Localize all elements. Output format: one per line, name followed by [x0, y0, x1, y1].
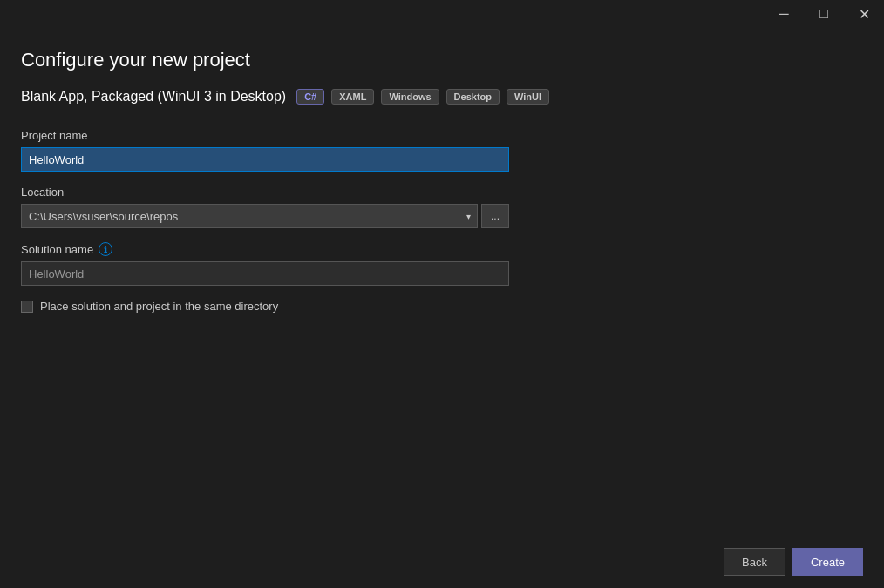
- project-name-input[interactable]: [21, 147, 509, 172]
- project-type-row: Blank App, Packaged (WinUI 3 in Desktop)…: [21, 89, 863, 105]
- solution-name-label-row: Solution name ℹ: [21, 242, 863, 256]
- minimize-button[interactable]: ─: [764, 0, 804, 28]
- info-icon[interactable]: ℹ: [99, 242, 112, 256]
- tag-windows: Windows: [381, 89, 439, 105]
- tag-winui: WinUI: [507, 89, 549, 105]
- title-bar: ─ □ ✕: [0, 0, 884, 28]
- location-input[interactable]: [21, 204, 478, 228]
- tag-csharp: C#: [296, 89, 324, 105]
- footer: Back Create: [0, 536, 884, 588]
- tag-xaml: XAML: [331, 89, 374, 105]
- close-button[interactable]: ✕: [844, 0, 884, 28]
- solution-name-label: Solution name: [21, 243, 93, 256]
- location-input-container: ▾: [21, 204, 478, 228]
- dialog-title: Configure your new project: [21, 49, 863, 71]
- project-name-group: Project name: [21, 129, 863, 172]
- same-directory-label[interactable]: Place solution and project in the same d…: [40, 300, 278, 313]
- project-name-label: Project name: [21, 129, 863, 142]
- maximize-button[interactable]: □: [804, 0, 844, 28]
- same-directory-checkbox[interactable]: [21, 301, 33, 313]
- project-type-name: Blank App, Packaged (WinUI 3 in Desktop): [21, 89, 286, 105]
- location-group: Location ▾ ...: [21, 186, 863, 228]
- location-row: ▾ ...: [21, 204, 863, 228]
- solution-name-group: Solution name ℹ: [21, 242, 863, 286]
- main-content: Configure your new project Blank App, Pa…: [0, 28, 884, 313]
- back-button[interactable]: Back: [724, 548, 785, 576]
- tag-desktop: Desktop: [446, 89, 500, 105]
- window-controls: ─ □ ✕: [764, 0, 884, 28]
- create-button[interactable]: Create: [792, 548, 863, 576]
- browse-button[interactable]: ...: [481, 204, 509, 228]
- checkbox-row: Place solution and project in the same d…: [21, 300, 863, 313]
- location-label: Location: [21, 186, 863, 199]
- solution-name-input[interactable]: [21, 261, 509, 286]
